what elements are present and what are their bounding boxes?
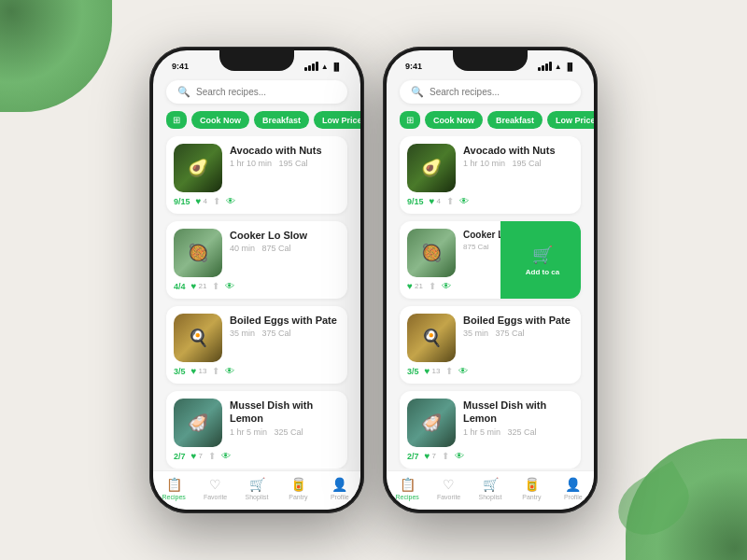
recipe-card-mussel-1[interactable]: 🦪 Mussel Dish with Lemon 1 hr 5 min 325 … [166, 391, 347, 469]
recipe-name-cooker-1: Cooker Lo Slow [230, 229, 340, 242]
like-icon-avocado-2[interactable]: ♥ 4 [430, 196, 441, 206]
shoplist-nav-icon: 🛒 [249, 477, 265, 492]
recipe-name-eggs-1: Boiled Eggs with Pate [230, 314, 340, 327]
recipe-meta-mussel-1: 1 hr 5 min 325 Cal [230, 427, 340, 437]
wifi-icon-2: ▲ [555, 63, 562, 71]
filter-row-1: ⊞ Cook Now Breakfast Low Price [153, 111, 360, 136]
share-icon[interactable]: ⬆ [213, 196, 220, 206]
like-icon[interactable]: ♥ 4 [196, 196, 207, 206]
recipe-meta-cooker-1: 40 min 875 Cal [230, 244, 340, 253]
recipe-name-eggs-2: Boiled Eggs with Pate [463, 314, 573, 327]
view-icon-eggs-1[interactable]: 👁 [225, 366, 234, 376]
breakfast-btn-1[interactable]: Breakfast [254, 111, 309, 129]
search-bar-1[interactable]: 🔍 [166, 80, 347, 104]
view-icon-avocado-2[interactable]: 👁 [459, 196, 469, 206]
recipe-meta-eggs-2: 35 min 375 Cal [463, 329, 573, 338]
signal-icon-2 [538, 62, 552, 71]
nav-recipes-1[interactable]: 📋 Recipes [153, 477, 194, 500]
share-icon-mussel-2[interactable]: ⬆ [442, 451, 449, 461]
phone-2-screen: 9:41 ▲ ▐▌ 🔍 ⊞ Cook Now [387, 50, 594, 510]
share-icon-cooker-2[interactable]: ⬆ [429, 281, 436, 291]
nav-profile-1[interactable]: 👤 Profile [319, 477, 360, 500]
nav-shoplist-2[interactable]: 🛒 Shoplist [470, 477, 511, 500]
like-icon-cooker-2[interactable]: ♥ 21 [407, 281, 423, 291]
nav-pantry-1[interactable]: 🥫 Pantry [277, 477, 318, 500]
recipe-card-eggs-2[interactable]: 🍳 Boiled Eggs with Pate 35 min 375 Cal 3… [400, 306, 581, 384]
like-icon-cooker-1[interactable]: ♥ 21 [191, 281, 207, 291]
battery-icon-2: ▐▌ [565, 63, 575, 71]
recipe-actions-eggs-1: 3/5 ♥ 13 ⬆ 👁 [174, 366, 340, 376]
shoplist-nav-icon-2: 🛒 [483, 477, 499, 492]
cook-now-btn-2[interactable]: Cook Now [425, 111, 483, 129]
like-icon-mussel-2[interactable]: ♥ 7 [425, 451, 436, 461]
view-icon-cooker-2[interactable]: 👁 [442, 281, 451, 291]
recipe-actions-avocado-1: 9/15 ♥ 4 ⬆ 👁 [174, 196, 340, 206]
recipe-img-cooker-1: 🥘 [174, 229, 222, 277]
battery-icon: ▐▌ [331, 63, 342, 71]
search-bar-2[interactable]: 🔍 [400, 80, 581, 104]
search-icon: 🔍 [177, 86, 190, 98]
nav-favorite-1[interactable]: ♡ Favorite [194, 477, 235, 500]
favorite-nav-icon: ♡ [209, 477, 221, 492]
time-2: 9:41 [405, 62, 422, 71]
recipes-nav-icon-2: 📋 [400, 477, 416, 492]
like-icon-mussel-1[interactable]: ♥ 7 [191, 451, 203, 461]
recipe-card-cooker-2[interactable]: 🥘 Cooker Lo Slow 875 Cal 🛒 Add to ca [400, 221, 581, 299]
phone-1: 9:41 ▲ ▐▌ 🔍 ⊞ Cook Now [149, 47, 364, 513]
recipe-img-cooker-2: 🥘 [407, 229, 456, 277]
pantry-nav-icon-2: 🥫 [524, 477, 540, 492]
view-icon-cooker-1[interactable]: 👁 [225, 281, 234, 291]
like-icon-eggs-2[interactable]: ♥ 13 [425, 366, 441, 376]
filter-row-2: ⊞ Cook Now Breakfast Low Price [387, 111, 594, 136]
recipe-actions-avocado-2: 9/15 ♥ 4 ⬆ 👁 [407, 196, 573, 206]
nav-shoplist-1[interactable]: 🛒 Shoplist [236, 477, 277, 500]
search-input-2[interactable] [430, 87, 570, 97]
filter-icon-button-1[interactable]: ⊞ [166, 111, 187, 129]
recipe-card-avocado-1[interactable]: 🥑 Avocado with Nuts 1 hr 10 min 195 Cal … [166, 136, 347, 214]
low-price-btn-1[interactable]: Low Price [314, 111, 360, 129]
share-icon-eggs-1[interactable]: ⬆ [212, 366, 219, 376]
nav-favorite-2[interactable]: ♡ Favorite [428, 477, 469, 500]
recipe-card-avocado-2[interactable]: 🥑 Avocado with Nuts 1 hr 10 min 195 Cal … [400, 136, 581, 214]
bottom-nav-1: 📋 Recipes ♡ Favorite 🛒 Shoplist 🥫 Pantry… [153, 470, 360, 510]
recipe-name-mussel-2: Mussel Dish with Lemon [463, 399, 573, 426]
bottom-nav-2: 📋 Recipes ♡ Favorite 🛒 Shoplist 🥫 Pantry… [387, 470, 594, 510]
view-icon-mussel-1[interactable]: 👁 [221, 451, 231, 461]
view-icon-eggs-2[interactable]: 👁 [458, 366, 468, 376]
recipe-list-1: 🥑 Avocado with Nuts 1 hr 10 min 195 Cal … [153, 136, 360, 469]
search-input-1[interactable] [196, 87, 336, 97]
nav-profile-2[interactable]: 👤 Profile [553, 477, 594, 500]
like-icon-eggs-1[interactable]: ♥ 13 [191, 366, 207, 376]
share-icon-eggs-2[interactable]: ⬆ [445, 366, 453, 376]
recipe-actions-eggs-2: 3/5 ♥ 13 ⬆ 👁 [407, 366, 573, 376]
add-to-cart-label: Add to ca [526, 268, 559, 276]
profile-nav-icon-2: 👤 [565, 477, 581, 492]
breakfast-btn-2[interactable]: Breakfast [487, 111, 543, 129]
share-icon-cooker-1[interactable]: ⬆ [212, 281, 219, 291]
recipe-actions-cooker-1: 4/4 ♥ 21 ⬆ 👁 [174, 281, 340, 291]
recipe-card-cooker-1[interactable]: 🥘 Cooker Lo Slow 40 min 875 Cal 4/4 [166, 221, 347, 299]
recipe-name-avocado-2: Avocado with Nuts [463, 144, 573, 157]
view-icon-mussel-2[interactable]: 👁 [455, 451, 464, 461]
recipe-img-mussel-1: 🦪 [174, 399, 222, 447]
share-icon-mussel-1[interactable]: ⬆ [208, 451, 216, 461]
recipe-meta-avocado-2: 1 hr 10 min 195 Cal [463, 159, 573, 168]
notch-2 [453, 50, 528, 71]
cook-now-btn-1[interactable]: Cook Now [191, 111, 249, 129]
low-price-btn-2[interactable]: Low Price [547, 111, 594, 129]
view-icon[interactable]: 👁 [226, 196, 235, 206]
status-icons-1: ▲ ▐▌ [304, 62, 342, 71]
signal-icon [304, 62, 318, 71]
search-icon-2: 🔍 [411, 86, 424, 98]
nav-recipes-2[interactable]: 📋 Recipes [387, 477, 428, 500]
favorite-nav-icon-2: ♡ [443, 477, 455, 492]
recipe-meta-mussel-2: 1 hr 5 min 325 Cal [463, 427, 573, 437]
add-to-cart-overlay[interactable]: 🛒 Add to ca [500, 221, 581, 299]
nav-pantry-2[interactable]: 🥫 Pantry [511, 477, 552, 500]
decoration-leaf-tl [0, 0, 112, 112]
filter-icon-button-2[interactable]: ⊞ [400, 111, 420, 129]
recipe-card-eggs-1[interactable]: 🍳 Boiled Eggs with Pate 35 min 375 Cal 3… [166, 306, 347, 384]
share-icon-avocado-2[interactable]: ⬆ [446, 196, 454, 206]
recipe-card-mussel-2[interactable]: 🦪 Mussel Dish with Lemon 1 hr 5 min 325 … [400, 391, 581, 469]
recipe-actions-mussel-1: 2/7 ♥ 7 ⬆ 👁 [174, 451, 340, 461]
